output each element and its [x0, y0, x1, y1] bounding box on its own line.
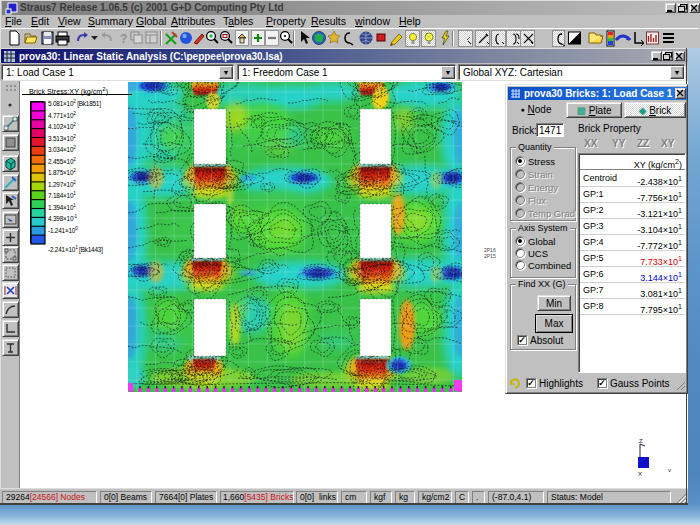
svg-text:X: X — [638, 471, 642, 477]
svg-text:?: ? — [120, 32, 127, 46]
svg-text:v: v — [668, 467, 671, 473]
svg-text:Z: Z — [639, 438, 643, 444]
